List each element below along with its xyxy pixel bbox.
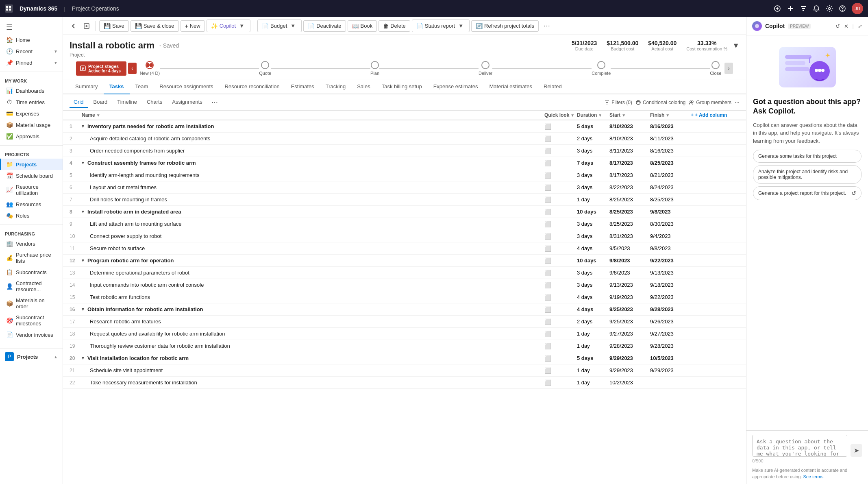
- sidebar-item-projects[interactable]: 📁 Projects: [0, 159, 63, 170]
- sidebar-item-expenses[interactable]: 💳 Expenses: [0, 108, 63, 119]
- tab-expense-estimates[interactable]: Expense estimates: [428, 79, 484, 94]
- sidebar-item-material-usage[interactable]: 📦 Material usage: [0, 119, 63, 131]
- suggestion-gen-tasks[interactable]: Generate some tasks for this project: [753, 150, 861, 163]
- table-row[interactable]: 20 ▾Visit installation location for robo…: [63, 352, 746, 364]
- disclaimer-link[interactable]: See terms: [803, 474, 823, 479]
- col-dur-sort[interactable]: ▼: [598, 113, 602, 118]
- table-row[interactable]: 7 Drill holes for mounting in frames ⬜ 1…: [63, 194, 746, 206]
- refresh-button[interactable]: 🔄 Refresh project totals: [471, 20, 539, 32]
- copilot-button[interactable]: ✨ Copilot ▼: [207, 20, 250, 32]
- sidebar-item-vendors[interactable]: 🏢 Vendors: [0, 238, 63, 249]
- filter-icon[interactable]: [800, 5, 807, 12]
- sidebar-item-time-entries[interactable]: ⏱ Time entries: [0, 96, 63, 108]
- row-quicklook-icon[interactable]: ⬜: [544, 148, 577, 154]
- help-icon[interactable]: [839, 5, 846, 12]
- row-quicklook-icon[interactable]: ⬜: [544, 270, 577, 276]
- col-start[interactable]: Start ▼: [609, 112, 650, 118]
- expand-icon[interactable]: ▾: [82, 355, 84, 361]
- sidebar-item-pinned[interactable]: 📌 Pinned ▼: [0, 57, 63, 68]
- subtab-board[interactable]: Board: [89, 97, 112, 108]
- sidebar-item-dashboards[interactable]: 📊 Dashboards: [0, 85, 63, 96]
- table-row[interactable]: 6 Layout and cut metal frames ⬜ 3 days 8…: [63, 181, 746, 194]
- copilot-dropdown-icon[interactable]: ▼: [237, 22, 246, 30]
- row-quicklook-icon[interactable]: ⬜: [544, 306, 577, 313]
- copilot-expand-icon[interactable]: ⤢: [858, 23, 862, 29]
- tab-related[interactable]: Related: [538, 79, 568, 94]
- stage-step-deliver[interactable]: Deliver: [479, 61, 492, 76]
- tab-sales[interactable]: Sales: [351, 79, 376, 94]
- row-quicklook-icon[interactable]: ⬜: [544, 221, 577, 227]
- status-report-button[interactable]: 📄 Status report ▼: [412, 20, 470, 32]
- tab-material-estimates[interactable]: Material estimates: [484, 79, 538, 94]
- apps-grid-icon[interactable]: [5, 4, 13, 13]
- sidebar-item-recent[interactable]: 🕐 Recent ▼: [0, 46, 63, 57]
- sidebar-item-vendor-invoices[interactable]: 📄 Vendor invoices: [0, 329, 63, 340]
- row-quicklook-icon[interactable]: ⬜: [544, 367, 577, 374]
- expand-icon[interactable]: ▾: [82, 124, 84, 129]
- col-finish[interactable]: Finish ▼: [650, 112, 691, 118]
- sidebar-item-subcontract-milestones[interactable]: 🎯 Subcontract milestones: [0, 312, 63, 329]
- row-quicklook-icon[interactable]: ⬜: [544, 184, 577, 191]
- sidebar-item-contracted-resources[interactable]: 👤 Contracted resource...: [0, 278, 63, 295]
- col-quicklook[interactable]: Quick look ▼: [544, 112, 577, 118]
- status-report-dropdown-icon[interactable]: ▼: [457, 22, 465, 30]
- subtab-assignments[interactable]: Assignments: [168, 97, 206, 108]
- delete-button[interactable]: 🗑 Delete: [379, 20, 410, 32]
- table-row[interactable]: 11 Secure robot to surface ⬜ 4 days 9/5/…: [63, 242, 746, 255]
- sidebar-item-purchase-price-lists[interactable]: 💰 Purchase price lists: [0, 249, 63, 266]
- expand-icon[interactable]: ▾: [82, 160, 84, 166]
- col-name-sort[interactable]: ▼: [96, 113, 100, 118]
- conditional-coloring-button[interactable]: Conditional coloring: [635, 100, 685, 105]
- sidebar-collapse-toggle[interactable]: ☰: [0, 20, 63, 34]
- table-row[interactable]: 10 Connect power supply to robot ⬜ 3 day…: [63, 230, 746, 242]
- tab-estimates[interactable]: Estimates: [285, 79, 320, 94]
- new-button[interactable]: + New: [181, 20, 205, 32]
- sidebar-item-subcontracts[interactable]: 📋 Subcontracts: [0, 266, 63, 278]
- projects-footer-item[interactable]: P Projects ▲: [0, 349, 63, 364]
- tab-resource-assignments[interactable]: Resource assignments: [154, 79, 219, 94]
- sidebar-item-roles[interactable]: 🎭 Roles: [0, 210, 63, 221]
- table-row[interactable]: 9 Lift and attach arm to mounting surfac…: [63, 218, 746, 230]
- user-avatar[interactable]: JD: [852, 3, 863, 14]
- row-quicklook-icon[interactable]: ⬜: [544, 196, 577, 203]
- share-button[interactable]: [81, 21, 92, 31]
- table-row[interactable]: 1 ▾Inventory parts needed for robotic ar…: [63, 120, 746, 133]
- table-row[interactable]: 4 ▾Construct assembly frames for robotic…: [63, 157, 746, 169]
- save-close-button[interactable]: 💾 Save & close: [131, 20, 179, 32]
- suggestion-analyze[interactable]: Analyze this project and identify risks …: [753, 165, 861, 184]
- table-row[interactable]: 2 Acquire detailed catalog of robotic ar…: [63, 133, 746, 145]
- copilot-input[interactable]: [752, 435, 847, 457]
- save-button[interactable]: 💾 Save: [99, 20, 129, 32]
- plus-icon[interactable]: [787, 5, 794, 12]
- sidebar-item-resource-utilization[interactable]: 📈 Resource utilization: [0, 181, 63, 198]
- book-button[interactable]: 📖 Book: [348, 20, 377, 32]
- copilot-close-icon[interactable]: ✕: [844, 23, 848, 29]
- row-quicklook-icon[interactable]: ⬜: [544, 209, 577, 215]
- group-members-button[interactable]: Group members: [689, 100, 731, 105]
- stage-step-complete[interactable]: Complete: [592, 61, 611, 76]
- subtab-charts[interactable]: Charts: [143, 97, 166, 108]
- row-quicklook-icon[interactable]: ⬜: [544, 233, 577, 240]
- table-row[interactable]: 12 ▾Program robotic arm for operation ⬜ …: [63, 255, 746, 267]
- sidebar-item-home[interactable]: 🏠 Home: [0, 34, 63, 46]
- tab-team[interactable]: Team: [130, 79, 154, 94]
- row-quicklook-icon[interactable]: ⬜: [544, 172, 577, 179]
- row-quicklook-icon[interactable]: ⬜: [544, 282, 577, 288]
- col-name[interactable]: Name ▼: [82, 112, 544, 118]
- sidebar-item-resources[interactable]: 👥 Resources: [0, 198, 63, 210]
- row-quicklook-icon[interactable]: ⬜: [544, 245, 577, 252]
- expand-icon[interactable]: ▾: [82, 209, 84, 214]
- stage-step-quote[interactable]: Quote: [259, 61, 271, 76]
- copilot-refresh-icon[interactable]: ↺: [835, 23, 840, 29]
- col-ql-sort[interactable]: ▼: [570, 113, 574, 118]
- back-button[interactable]: [68, 21, 79, 31]
- table-row[interactable]: 15 Test robotic arm functions ⬜ 4 days 9…: [63, 291, 746, 303]
- table-row[interactable]: 5 Identify arm-length and mounting requi…: [63, 169, 746, 181]
- filters-button[interactable]: Filters (0): [604, 100, 632, 105]
- table-row[interactable]: 8 ▾Install robotic arm in designated are…: [63, 206, 746, 218]
- row-quicklook-icon[interactable]: ⬜: [544, 343, 577, 349]
- stage-step-new[interactable]: New (4 D): [140, 61, 160, 76]
- tab-summary[interactable]: Summary: [70, 79, 104, 94]
- table-row[interactable]: 16 ▾Obtain information for robotic arm i…: [63, 303, 746, 316]
- add-column-button[interactable]: + + Add column: [691, 112, 727, 118]
